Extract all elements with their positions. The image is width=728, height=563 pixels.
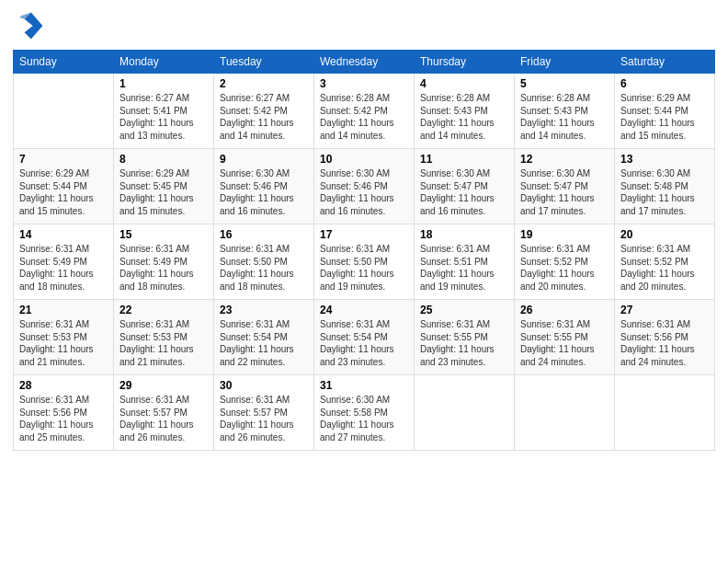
- cell-info: Sunrise: 6:27 AMSunset: 5:41 PMDaylight:…: [119, 92, 208, 142]
- calendar-row: 28Sunrise: 6:31 AMSunset: 5:56 PMDayligh…: [14, 375, 715, 451]
- day-number: 27: [620, 304, 709, 316]
- cell-info: Sunrise: 6:28 AMSunset: 5:42 PMDaylight:…: [320, 92, 408, 142]
- day-number: 14: [19, 228, 108, 241]
- calendar-cell: 7Sunrise: 6:29 AMSunset: 5:44 PMDaylight…: [14, 149, 114, 224]
- calendar-cell: 26Sunrise: 6:31 AMSunset: 5:55 PMDayligh…: [515, 300, 615, 375]
- day-number: 12: [520, 153, 609, 166]
- cell-info: Sunrise: 6:30 AMSunset: 5:46 PMDaylight:…: [320, 167, 408, 217]
- day-number: 5: [520, 77, 609, 90]
- day-number: 2: [220, 77, 308, 90]
- calendar-cell: 22Sunrise: 6:31 AMSunset: 5:53 PMDayligh…: [114, 300, 214, 375]
- col-header-wednesday: Wednesday: [314, 51, 415, 74]
- day-number: 30: [220, 379, 308, 392]
- day-number: 26: [520, 304, 609, 316]
- calendar-cell: 28Sunrise: 6:31 AMSunset: 5:56 PMDayligh…: [14, 375, 114, 451]
- cell-info: Sunrise: 6:31 AMSunset: 5:55 PMDaylight:…: [520, 318, 609, 368]
- cell-info: Sunrise: 6:29 AMSunset: 5:44 PMDaylight:…: [19, 167, 108, 217]
- day-number: 18: [420, 228, 508, 241]
- day-number: 24: [320, 304, 408, 316]
- day-number: 3: [320, 77, 408, 90]
- cell-info: Sunrise: 6:31 AMSunset: 5:54 PMDaylight:…: [220, 318, 308, 368]
- calendar-table: SundayMondayTuesdayWednesdayThursdayFrid…: [13, 50, 715, 451]
- day-number: 25: [420, 304, 508, 316]
- calendar-cell: 15Sunrise: 6:31 AMSunset: 5:49 PMDayligh…: [114, 224, 214, 300]
- calendar-cell: 19Sunrise: 6:31 AMSunset: 5:52 PMDayligh…: [515, 224, 615, 300]
- day-number: 19: [520, 228, 609, 241]
- calendar-cell: 30Sunrise: 6:31 AMSunset: 5:57 PMDayligh…: [214, 375, 314, 451]
- calendar-cell: [515, 375, 615, 451]
- logo: [13, 9, 50, 42]
- day-number: 9: [220, 153, 308, 166]
- day-number: 10: [320, 153, 408, 166]
- svg-marker-0: [25, 13, 43, 40]
- header: [13, 9, 715, 42]
- cell-info: Sunrise: 6:31 AMSunset: 5:50 PMDaylight:…: [220, 243, 308, 293]
- calendar-cell: 6Sunrise: 6:29 AMSunset: 5:44 PMDaylight…: [615, 74, 715, 149]
- day-number: 22: [119, 304, 208, 316]
- cell-info: Sunrise: 6:31 AMSunset: 5:49 PMDaylight:…: [119, 243, 208, 293]
- day-number: 17: [320, 228, 408, 241]
- cell-info: Sunrise: 6:31 AMSunset: 5:51 PMDaylight:…: [420, 243, 508, 293]
- calendar-cell: 23Sunrise: 6:31 AMSunset: 5:54 PMDayligh…: [214, 300, 314, 375]
- calendar-row: 14Sunrise: 6:31 AMSunset: 5:49 PMDayligh…: [14, 224, 715, 300]
- cell-info: Sunrise: 6:31 AMSunset: 5:56 PMDaylight:…: [19, 394, 108, 443]
- calendar-cell: 21Sunrise: 6:31 AMSunset: 5:53 PMDayligh…: [14, 300, 114, 375]
- calendar-cell: 20Sunrise: 6:31 AMSunset: 5:52 PMDayligh…: [615, 224, 715, 300]
- calendar-cell: 25Sunrise: 6:31 AMSunset: 5:55 PMDayligh…: [415, 300, 515, 375]
- calendar-cell: 8Sunrise: 6:29 AMSunset: 5:45 PMDaylight…: [114, 149, 214, 224]
- cell-info: Sunrise: 6:30 AMSunset: 5:48 PMDaylight:…: [620, 167, 709, 217]
- calendar-cell: 9Sunrise: 6:30 AMSunset: 5:46 PMDaylight…: [214, 149, 314, 224]
- col-header-saturday: Saturday: [615, 51, 715, 74]
- cell-info: Sunrise: 6:31 AMSunset: 5:54 PMDaylight:…: [320, 318, 408, 368]
- cell-info: Sunrise: 6:31 AMSunset: 5:53 PMDaylight:…: [119, 318, 208, 368]
- cell-info: Sunrise: 6:31 AMSunset: 5:56 PMDaylight:…: [620, 318, 709, 368]
- calendar-cell: [14, 74, 114, 149]
- day-number: 28: [19, 379, 108, 392]
- calendar-cell: 16Sunrise: 6:31 AMSunset: 5:50 PMDayligh…: [214, 224, 314, 300]
- col-header-monday: Monday: [114, 51, 214, 74]
- cell-info: Sunrise: 6:28 AMSunset: 5:43 PMDaylight:…: [520, 92, 609, 142]
- calendar-row: 1Sunrise: 6:27 AMSunset: 5:41 PMDaylight…: [14, 74, 715, 149]
- day-number: 15: [119, 228, 208, 241]
- calendar-cell: [415, 375, 515, 451]
- cell-info: Sunrise: 6:31 AMSunset: 5:52 PMDaylight:…: [520, 243, 609, 293]
- page: SundayMondayTuesdayWednesdayThursdayFrid…: [0, 0, 728, 563]
- cell-info: Sunrise: 6:28 AMSunset: 5:43 PMDaylight:…: [420, 92, 508, 142]
- cell-info: Sunrise: 6:31 AMSunset: 5:52 PMDaylight:…: [620, 243, 709, 293]
- calendar-cell: 10Sunrise: 6:30 AMSunset: 5:46 PMDayligh…: [314, 149, 415, 224]
- cell-info: Sunrise: 6:30 AMSunset: 5:46 PMDaylight:…: [220, 167, 308, 217]
- cell-info: Sunrise: 6:31 AMSunset: 5:53 PMDaylight:…: [19, 318, 108, 368]
- day-number: 6: [620, 77, 709, 90]
- col-header-sunday: Sunday: [14, 51, 114, 74]
- day-number: 21: [19, 304, 108, 316]
- day-number: 1: [119, 77, 208, 90]
- day-number: 16: [220, 228, 308, 241]
- cell-info: Sunrise: 6:29 AMSunset: 5:45 PMDaylight:…: [119, 167, 208, 217]
- day-number: 23: [220, 304, 308, 316]
- calendar-cell: 18Sunrise: 6:31 AMSunset: 5:51 PMDayligh…: [415, 224, 515, 300]
- cell-info: Sunrise: 6:27 AMSunset: 5:42 PMDaylight:…: [220, 92, 308, 142]
- calendar-cell: 31Sunrise: 6:30 AMSunset: 5:58 PMDayligh…: [314, 375, 415, 451]
- day-number: 11: [420, 153, 508, 166]
- calendar-cell: 2Sunrise: 6:27 AMSunset: 5:42 PMDaylight…: [214, 74, 314, 149]
- day-number: 31: [320, 379, 408, 392]
- calendar-cell: [615, 375, 715, 451]
- cell-info: Sunrise: 6:30 AMSunset: 5:47 PMDaylight:…: [520, 167, 609, 217]
- calendar-cell: 5Sunrise: 6:28 AMSunset: 5:43 PMDaylight…: [515, 74, 615, 149]
- cell-info: Sunrise: 6:31 AMSunset: 5:57 PMDaylight:…: [220, 394, 308, 443]
- calendar-cell: 3Sunrise: 6:28 AMSunset: 5:42 PMDaylight…: [314, 74, 415, 149]
- cell-info: Sunrise: 6:30 AMSunset: 5:47 PMDaylight:…: [420, 167, 508, 217]
- col-header-friday: Friday: [515, 51, 615, 74]
- calendar-cell: 14Sunrise: 6:31 AMSunset: 5:49 PMDayligh…: [14, 224, 114, 300]
- day-number: 4: [420, 77, 508, 90]
- calendar-cell: 11Sunrise: 6:30 AMSunset: 5:47 PMDayligh…: [415, 149, 515, 224]
- logo-icon: [13, 9, 46, 42]
- calendar-row: 21Sunrise: 6:31 AMSunset: 5:53 PMDayligh…: [14, 300, 715, 375]
- calendar-cell: 4Sunrise: 6:28 AMSunset: 5:43 PMDaylight…: [415, 74, 515, 149]
- day-number: 13: [620, 153, 709, 166]
- calendar-cell: 13Sunrise: 6:30 AMSunset: 5:48 PMDayligh…: [615, 149, 715, 224]
- calendar-cell: 27Sunrise: 6:31 AMSunset: 5:56 PMDayligh…: [615, 300, 715, 375]
- calendar-cell: 1Sunrise: 6:27 AMSunset: 5:41 PMDaylight…: [114, 74, 214, 149]
- cell-info: Sunrise: 6:31 AMSunset: 5:49 PMDaylight:…: [19, 243, 108, 293]
- col-header-thursday: Thursday: [415, 51, 515, 74]
